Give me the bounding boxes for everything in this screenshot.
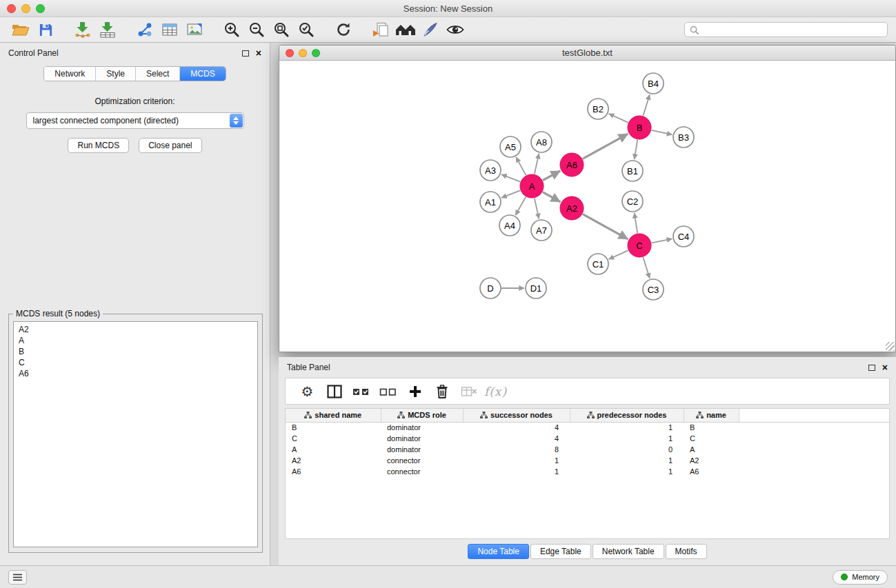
table-cell[interactable]: B [684,422,739,433]
window-resize-grip[interactable] [886,342,895,351]
network-window-titlebar[interactable]: testGlobe.txt [279,45,895,61]
table-cell[interactable]: dominator [381,444,463,455]
table-cell[interactable]: 1 [463,455,570,466]
tab-mcds[interactable]: MCDS [180,67,225,81]
zoom-selected-region-icon[interactable] [294,19,319,40]
close-table-panel-icon[interactable]: × [882,364,888,371]
table-cell[interactable]: dominator [381,433,463,444]
table-cell[interactable]: 8 [463,444,570,455]
graph-edge-A-A4[interactable] [515,197,526,215]
graph-edge-A2-C[interactable] [583,214,628,239]
node-table[interactable]: shared nameMCDS rolesuccessor nodesprede… [285,408,890,539]
mcds-result-item[interactable]: C [19,357,252,368]
memory-button[interactable]: Memory [833,570,888,585]
graph-edge-B-B2[interactable] [609,114,628,123]
table-cell[interactable]: 4 [463,433,570,444]
table-cell[interactable]: 1 [463,466,570,477]
open-file-icon[interactable] [8,19,33,40]
tab-edge-table[interactable]: Edge Table [530,544,591,559]
table-cell[interactable]: A [286,444,381,455]
mcds-result-item[interactable]: B [19,346,252,357]
graph-edge-A-A1[interactable] [501,190,520,197]
table-cell[interactable]: A6 [684,466,739,477]
new-network-view-icon[interactable] [132,19,157,40]
graph-edge-A-A3[interactable] [501,174,520,181]
table-row[interactable]: Adominator80A [286,444,889,455]
graph-edge-C-C2[interactable] [635,213,638,233]
close-window-button[interactable] [7,4,16,13]
column-header-predecessor-nodes[interactable]: predecessor nodes [570,409,684,422]
dropdown-stepper-icon[interactable] [230,114,243,128]
graph-edge-A-A5[interactable] [516,157,526,175]
export-image-icon[interactable] [182,19,207,40]
table-cell[interactable]: A [684,444,739,455]
table-cell[interactable]: connector [381,455,463,466]
zoom-out-icon[interactable] [244,19,269,40]
mcds-result-item[interactable]: A2 [19,324,252,335]
mcds-result-item[interactable]: A6 [19,368,252,379]
table-row[interactable]: Bdominator41B [286,422,889,433]
table-cell[interactable]: 1 [570,466,684,477]
zoom-fit-content-icon[interactable] [269,19,294,40]
show-columns-icon[interactable] [321,381,348,402]
tab-motifs[interactable]: Motifs [666,544,707,559]
unselect-all-icon[interactable] [375,381,401,402]
table-cell[interactable]: C [684,433,739,444]
tab-select[interactable]: Select [136,67,180,81]
network-canvas[interactable]: B4B2BB3A8A5A6A3B1AA1C2A2A4A7C4CC1C3DD1 [279,61,895,352]
graph-edge-A-A2[interactable] [543,192,561,202]
import-table-from-file-icon[interactable] [95,19,120,40]
column-header-name[interactable]: name [684,409,739,422]
table-row[interactable]: A6connector11A6 [286,466,889,477]
table-cell[interactable]: 4 [463,422,570,433]
close-panel-icon[interactable]: × [256,50,261,57]
new-network-table-icon[interactable] [157,19,182,40]
table-cell[interactable]: 1 [570,455,684,466]
graph-edge-C-C3[interactable] [643,257,650,278]
column-header-mcds-role[interactable]: MCDS role [381,409,463,422]
graph-edge-A6-B[interactable] [583,134,628,159]
show-hide-graphics-details-icon[interactable] [443,19,468,40]
minimize-window-button[interactable] [21,4,30,13]
mcds-result-item[interactable]: A [19,335,252,346]
graph-edge-C-C4[interactable] [652,239,673,243]
tab-style[interactable]: Style [96,67,136,81]
run-mcds-button[interactable]: Run MCDS [68,138,129,153]
table-cell[interactable]: A6 [286,466,381,477]
table-cell[interactable]: A2 [286,455,381,466]
zoom-window-button[interactable] [36,4,45,13]
optimization-criterion-dropdown[interactable]: largest connected component (directed) [26,112,244,129]
graph-edge-B-B3[interactable] [652,130,673,135]
table-cell[interactable]: connector [381,466,463,477]
table-cell[interactable]: B [286,422,381,433]
zoom-in-icon[interactable] [219,19,244,40]
table-cell[interactable]: dominator [381,422,463,433]
table-cell[interactable]: A2 [684,455,739,466]
table-cell[interactable]: C [286,433,381,444]
panel-menu-button[interactable] [8,570,27,585]
graph-edge-A-A6[interactable] [543,171,560,181]
save-session-icon[interactable] [33,19,58,40]
delete-table-icon[interactable] [455,381,482,402]
minimize-network-window-button[interactable] [299,49,307,57]
apply-style-icon[interactable] [418,19,443,40]
zoom-network-window-button[interactable] [312,49,320,57]
graph-edge-B-B1[interactable] [635,140,638,159]
table-settings-icon[interactable]: ⚙ [294,381,321,402]
tab-network-table[interactable]: Network Table [593,544,664,559]
column-header-successor-nodes[interactable]: successor nodes [463,409,570,422]
refresh-view-icon[interactable] [331,19,356,40]
column-header-shared-name[interactable]: shared name [286,409,381,422]
import-network-from-file-icon[interactable] [70,19,95,40]
close-network-window-button[interactable] [286,49,294,57]
graph-edge-B-B4[interactable] [643,94,650,116]
add-row-icon[interactable] [401,381,428,402]
search-input[interactable] [702,25,882,34]
delete-rows-icon[interactable] [428,381,455,402]
float-table-panel-icon[interactable] [868,365,875,371]
tab-node-table[interactable]: Node Table [468,544,529,559]
close-panel-button[interactable]: Close panel [139,138,201,153]
return-to-home-icon[interactable] [393,19,418,40]
table-cell[interactable]: 1 [570,433,684,444]
graph-edge-A-A7[interactable] [535,199,539,219]
